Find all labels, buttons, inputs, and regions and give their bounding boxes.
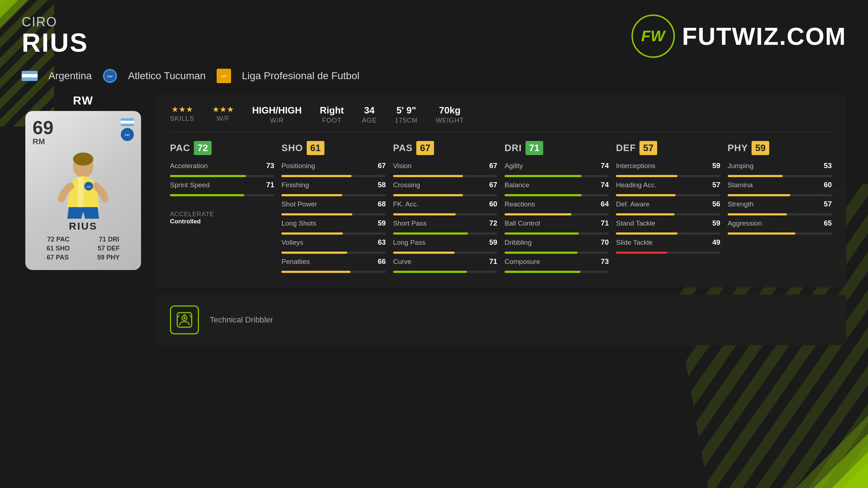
player-card-section: RW 69 RM CAT — [22, 94, 145, 345]
sub-header: Argentina CAT Atletico Tucuman LPF Liga … — [22, 69, 846, 83]
stat-row: Stand Tackle59 — [616, 219, 720, 227]
stat-row: Aggression65 — [728, 219, 832, 227]
stat-item: Slide Tackle49 — [616, 238, 720, 254]
category-label-phy: PHY — [728, 142, 748, 154]
stat-category-pac: PAC72Acceleration73Sprint Speed71AcceleR… — [170, 141, 274, 277]
svg-marker-2 — [832, 452, 868, 488]
category-label-dri: DRI — [505, 142, 522, 154]
stat-name-label: Aggression — [728, 219, 817, 227]
stat-row: Penalties66 — [281, 257, 386, 266]
stat-row: Stamina60 — [728, 181, 832, 189]
stat-name-label: Finishing — [281, 181, 371, 189]
category-value-dri: 71 — [526, 141, 543, 155]
svg-point-20 — [183, 317, 186, 319]
stat-bar-container — [728, 175, 832, 177]
stat-item: Balance74 — [505, 181, 609, 197]
stat-row: FK. Acc.60 — [393, 200, 497, 208]
stat-name-label: Penalties — [281, 258, 371, 266]
stat-value-label: 73 — [597, 257, 609, 266]
position-label: RW — [22, 94, 145, 107]
stat-bar-container — [616, 252, 720, 254]
stat-value-label: 74 — [597, 162, 609, 170]
stat-bar — [505, 232, 579, 235]
wf-stars: ★★★ — [212, 105, 234, 114]
stat-bar — [393, 175, 463, 177]
stats-and-traits: ★★★ SKILLS ★★★ W/F HIGH/HIGH W/R Right F… — [156, 94, 846, 345]
stat-row: Curve71 — [393, 257, 497, 266]
stat-bar-container — [393, 194, 497, 196]
stat-name-label: Slide Tackle — [616, 239, 706, 247]
stat-value-label: 67 — [486, 162, 497, 170]
logo-section: FW FUTWIZ.COM — [631, 14, 846, 58]
stat-name-label: Strength — [728, 200, 817, 208]
stat-bar-container — [393, 252, 497, 254]
stat-item: Stamina60 — [728, 181, 832, 197]
stat-category-dri: DRI71Agility74Balance74Reactions64Ball C… — [505, 141, 609, 277]
stat-bar-container — [505, 252, 609, 254]
stat-value-label: 71 — [486, 257, 497, 266]
stat-item: Shot Power68 — [281, 200, 386, 216]
player-card: 69 RM CAT — [25, 111, 141, 270]
card-flag — [121, 118, 134, 126]
svg-marker-1 — [814, 434, 868, 488]
foot-value: Right — [320, 105, 344, 116]
stat-category-pas: PAS67Vision67Crossing67FK. Acc.60Short P… — [393, 141, 497, 277]
skills-stars: ★★★ — [171, 105, 193, 114]
stat-item: Heading Acc.57 — [616, 181, 720, 197]
stat-name-label: Composure — [505, 258, 594, 266]
stat-value-label: 57 — [709, 181, 720, 189]
stat-row: Shot Power68 — [281, 200, 386, 208]
trait-name: Technical Dribbler — [210, 315, 273, 325]
club-badge: CAT — [103, 69, 117, 83]
accelrate-section: AcceleRATEControlled — [170, 207, 274, 225]
accelrate-value: Controlled — [170, 218, 274, 225]
stat-bar — [728, 213, 787, 215]
stats-grid: PAC72Acceleration73Sprint Speed71AcceleR… — [170, 141, 832, 277]
category-header-sho: SHO61 — [281, 141, 386, 155]
stat-bar-container — [728, 194, 832, 196]
card-flags: CAT — [121, 118, 134, 141]
stat-bar — [170, 175, 246, 177]
weight-value: 70kg — [439, 105, 460, 116]
stat-category-def: DEF57Interceptions59Heading Acc.57Def. A… — [616, 141, 720, 277]
stat-name-label: Interceptions — [616, 162, 706, 170]
foot-label: FOOT — [322, 117, 341, 124]
stat-value-label: 74 — [597, 181, 609, 189]
stat-bar — [728, 194, 790, 196]
stat-value-label: 64 — [597, 200, 609, 208]
stat-item: Agility74 — [505, 162, 609, 178]
player-image: CAT — [40, 148, 127, 221]
stat-bar-container — [281, 194, 386, 196]
stat-bar-container — [393, 175, 497, 177]
stat-item: Crossing67 — [393, 181, 497, 197]
bg-decoration-arrows — [687, 343, 868, 488]
stat-name-label: Long Pass — [393, 239, 483, 247]
card-position-sm: RM — [33, 137, 54, 146]
category-value-pas: 67 — [416, 141, 434, 155]
club-label: Atletico Tucuman — [128, 70, 206, 82]
stat-row: Def. Aware56 — [616, 200, 720, 208]
category-label-pac: PAC — [170, 142, 190, 154]
stat-bar — [505, 175, 582, 177]
stat-bar-container — [616, 213, 720, 215]
stat-value-label: 68 — [374, 200, 386, 208]
stat-item: Long Pass59 — [393, 238, 497, 254]
card-rating: 69 — [33, 118, 54, 137]
card-stat-sho: 61 SHO — [47, 245, 70, 252]
stat-name-label: Ball Control — [505, 219, 594, 227]
info-row: ★★★ SKILLS ★★★ W/F HIGH/HIGH W/R Right F… — [170, 105, 832, 132]
stat-bar-container — [505, 271, 609, 273]
svg-text:CAT: CAT — [125, 134, 130, 136]
info-weight: 70kg WEIGHT — [436, 105, 464, 124]
stat-bar — [281, 175, 351, 177]
height-value: 5' 9" — [396, 105, 416, 116]
stat-row: Positioning67 — [281, 162, 386, 170]
stat-name-label: Vision — [393, 162, 483, 170]
category-label-sho: SHO — [281, 142, 303, 154]
category-header-pac: PAC72 — [170, 141, 274, 155]
category-label-pas: PAS — [393, 142, 413, 154]
stat-name-label: Short Pass — [393, 219, 483, 227]
stat-value-label: 70 — [597, 238, 609, 247]
stat-name-label: Reactions — [505, 200, 594, 208]
stat-name-label: Heading Acc. — [616, 181, 706, 189]
